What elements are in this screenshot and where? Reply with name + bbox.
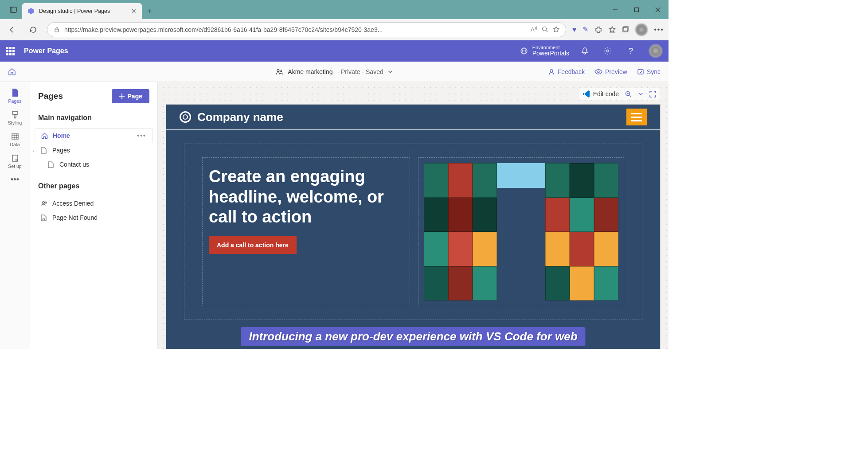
sync-button[interactable]: Sync — [637, 68, 661, 75]
svg-line-39 — [629, 95, 631, 97]
nav-item-contact[interactable]: Contact us — [35, 157, 153, 172]
promo-caption: Introducing a new pro-dev experience wit… — [241, 327, 585, 346]
rail-setup[interactable]: Set up — [0, 151, 30, 172]
help-icon[interactable]: ? — [623, 43, 638, 58]
page-icon — [41, 147, 48, 154]
home-icon[interactable] — [8, 68, 16, 76]
site-preview-canvas[interactable]: Company name Create an engaging headline… — [166, 104, 661, 349]
favorites-bar-icon[interactable] — [609, 26, 616, 33]
zoom-in-icon[interactable] — [625, 91, 632, 98]
svg-rect-1 — [10, 7, 12, 12]
hero-image — [424, 163, 618, 300]
rail-styling[interactable]: Styling — [0, 107, 30, 129]
nav-item-access-denied[interactable]: Access Denied — [35, 196, 153, 211]
notifications-icon[interactable] — [577, 43, 592, 58]
person-denied-icon — [41, 200, 48, 207]
nav-item-not-found[interactable]: Page Not Found — [35, 211, 153, 225]
hero-image-block[interactable] — [418, 157, 624, 306]
browser-tab[interactable]: Design studio | Power Pages ✕ — [22, 3, 142, 19]
item-more-icon[interactable]: ••• — [137, 132, 146, 139]
environment-label: Environment — [532, 45, 569, 50]
lock-icon — [54, 27, 60, 33]
site-picker[interactable]: Akme marketing - Private - Saved — [275, 68, 393, 76]
panel-title: Pages — [38, 91, 63, 101]
feedback-button[interactable]: Feedback — [548, 68, 585, 75]
health-icon[interactable]: ♥ — [572, 26, 577, 34]
svg-point-17 — [277, 69, 279, 71]
svg-rect-4 — [635, 8, 639, 12]
svg-rect-22 — [12, 134, 18, 139]
url-text: https://make.preview.powerpages.microsof… — [64, 26, 526, 33]
collections-icon[interactable] — [622, 26, 629, 33]
plus-icon — [119, 93, 125, 99]
svg-point-8 — [542, 27, 546, 31]
svg-point-19 — [550, 70, 553, 72]
nav-item-pages[interactable]: › Pages — [35, 143, 153, 157]
address-bar[interactable]: https://make.preview.powerpages.microsof… — [47, 22, 566, 37]
brand-logo-icon — [180, 111, 191, 123]
section-main-nav: Main navigation — [30, 109, 157, 126]
window-maximize-button[interactable] — [626, 0, 647, 19]
hamburger-menu-button[interactable] — [626, 109, 647, 125]
nav-item-home[interactable]: Home ••• — [35, 128, 153, 143]
reader-icon[interactable]: A)) — [531, 26, 537, 33]
site-brand[interactable]: Company name — [180, 110, 283, 124]
environment-icon — [520, 47, 528, 55]
favicon-icon — [27, 8, 35, 15]
section-other-pages: Other pages — [30, 178, 157, 195]
hero-text-block[interactable]: Create an engaging headline, welcome, or… — [202, 157, 410, 306]
add-page-button[interactable]: Page — [112, 89, 149, 103]
svg-line-9 — [546, 31, 547, 32]
tab-close-icon[interactable]: ✕ — [131, 8, 137, 15]
window-minimize-button[interactable] — [605, 0, 626, 19]
feather-icon[interactable]: ✎ — [583, 25, 588, 34]
chevron-down-icon — [388, 69, 393, 74]
zoom-icon[interactable] — [542, 26, 548, 33]
window-close-button[interactable] — [647, 0, 669, 19]
edit-code-button[interactable]: Edit code — [583, 90, 619, 98]
extensions-icon[interactable] — [594, 26, 602, 34]
zoom-dropdown-icon[interactable] — [638, 91, 643, 97]
vscode-icon — [583, 90, 590, 98]
profile-avatar[interactable] — [635, 23, 648, 36]
page-icon — [48, 161, 55, 168]
svg-rect-27 — [12, 155, 18, 161]
back-button[interactable] — [4, 22, 20, 37]
svg-rect-21 — [638, 70, 643, 74]
site-status: - Private - Saved — [337, 68, 383, 75]
fullscreen-icon[interactable] — [649, 91, 656, 98]
rail-data[interactable]: Data — [0, 129, 30, 151]
cta-button[interactable]: Add a call to action here — [209, 236, 297, 254]
preview-button[interactable]: Preview — [594, 68, 627, 75]
user-avatar[interactable] — [649, 44, 662, 58]
page-icon — [11, 88, 19, 97]
svg-point-16 — [607, 50, 609, 52]
svg-marker-2 — [28, 8, 34, 14]
page-missing-icon — [41, 214, 48, 221]
people-icon — [275, 68, 283, 76]
site-name: Akme marketing — [288, 68, 332, 75]
refresh-button[interactable] — [26, 22, 41, 37]
svg-point-31 — [43, 201, 45, 203]
svg-point-18 — [280, 70, 282, 72]
rail-pages[interactable]: Pages — [0, 85, 30, 107]
favorite-icon[interactable] — [553, 26, 559, 33]
table-icon — [11, 133, 19, 140]
brush-icon — [11, 111, 19, 119]
app-name: Power Pages — [24, 47, 68, 55]
rail-more-icon[interactable]: ••• — [11, 175, 19, 184]
hero-headline[interactable]: Create an engaging headline, welcome, or… — [209, 167, 403, 227]
tab-actions-icon[interactable] — [4, 0, 22, 19]
app-launcher-icon[interactable] — [6, 47, 16, 55]
setup-icon — [11, 154, 19, 162]
new-tab-button[interactable]: + — [142, 3, 158, 19]
environment-name[interactable]: PowerPortals — [532, 50, 569, 57]
tab-title: Design studio | Power Pages — [39, 8, 127, 14]
chevron-right-icon[interactable]: › — [33, 148, 35, 153]
home-icon — [41, 133, 48, 139]
svg-point-20 — [598, 71, 599, 73]
svg-rect-7 — [55, 29, 59, 32]
browser-menu-icon[interactable]: ••• — [654, 26, 664, 34]
settings-icon[interactable] — [600, 43, 615, 58]
